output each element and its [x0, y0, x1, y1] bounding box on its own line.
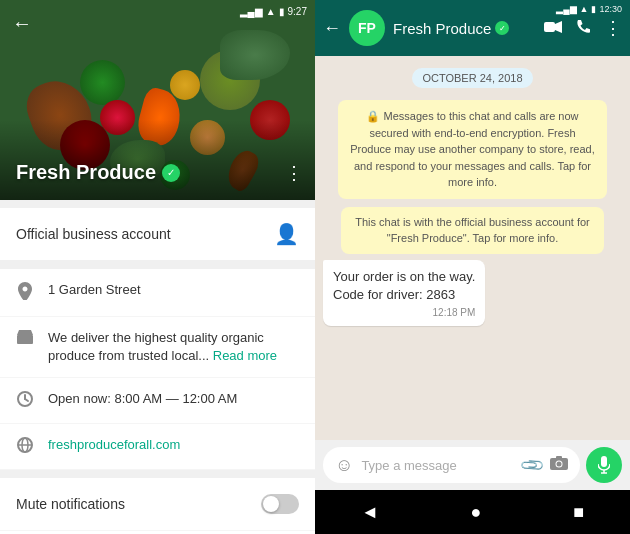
globe-icon — [16, 437, 34, 457]
chat-back-button[interactable]: ← — [323, 18, 341, 39]
mute-label: Mute notifications — [16, 496, 125, 512]
header-name-row: Fresh Produce ✓ — [393, 20, 536, 37]
svg-rect-13 — [601, 456, 607, 467]
left-back-button[interactable]: ← — [12, 12, 32, 35]
svg-point-11 — [557, 462, 562, 467]
wifi-icon: ▲ — [266, 6, 276, 17]
bubble-text-line1: Your order is on the way. — [333, 268, 475, 286]
svg-marker-8 — [555, 21, 562, 33]
verified-badge: ✓ — [162, 164, 180, 182]
right-time: 12:30 — [599, 4, 622, 14]
official-label: Official business account — [16, 226, 171, 242]
chat-body: OCTOBER 24, 2018 🔒 Messages to this chat… — [315, 56, 630, 440]
left-time: 9:27 — [288, 6, 307, 17]
chat-verified-badge: ✓ — [495, 21, 509, 35]
more-options-icon[interactable]: ⋮ — [604, 17, 622, 39]
store-icon — [16, 330, 34, 348]
system-message-1[interactable]: 🔒 Messages to this chat and calls are no… — [338, 100, 607, 199]
svg-rect-7 — [544, 22, 555, 32]
svg-rect-12 — [556, 456, 562, 459]
clock-icon — [16, 391, 34, 411]
location-row: 1 Garden Street — [0, 269, 315, 317]
profile-options-button[interactable]: ⋮ — [285, 162, 303, 184]
right-home-nav-icon[interactable]: ● — [471, 502, 482, 523]
right-back-nav-icon[interactable]: ◄ — [361, 502, 379, 523]
profile-name-overlay: Fresh Produce ✓ — [16, 161, 180, 184]
camera-icon[interactable] — [550, 456, 568, 474]
description-text: We deliver the highest quality organic p… — [48, 329, 299, 365]
mic-button[interactable] — [586, 447, 622, 483]
hours-row: Open now: 8:00 AM — 12:00 AM — [0, 378, 315, 424]
system-message-2[interactable]: This chat is with the official business … — [341, 207, 604, 254]
right-recents-nav-icon[interactable]: ■ — [573, 502, 584, 523]
video-call-icon[interactable] — [544, 19, 562, 37]
website-row[interactable]: freshproduceforall.com — [0, 424, 315, 470]
svg-line-3 — [25, 399, 28, 401]
message-input-box: ☺ Type a message 📎 — [323, 447, 580, 483]
info-rows: 1 Garden Street We deliver the highest q… — [0, 269, 315, 470]
bubble-meta: 12:18 PM — [333, 307, 475, 318]
right-battery-icon: ▮ — [591, 4, 596, 14]
official-row: Official business account 👤 — [0, 208, 315, 261]
location-icon — [16, 282, 34, 304]
attach-icon[interactable]: 📎 — [518, 451, 546, 479]
hours-text: Open now: 8:00 AM — 12:00 AM — [48, 390, 299, 408]
header-info: Fresh Produce ✓ — [393, 20, 536, 37]
right-signal-icon: ▂▄▆ — [556, 4, 576, 14]
business-section: Official business account 👤 — [0, 208, 315, 261]
chat-avatar: FP — [349, 10, 385, 46]
mute-toggle[interactable] — [261, 494, 299, 514]
message-input[interactable]: Type a message — [361, 458, 514, 473]
battery-icon: ▮ — [279, 6, 285, 17]
description-row: We deliver the highest quality organic p… — [0, 317, 315, 378]
left-panel: ▂▄▆ ▲ ▮ 9:27 ← Fresh Produce ✓ ⋮ Officia… — [0, 0, 315, 534]
voice-call-icon[interactable] — [576, 19, 590, 37]
system-message-1-text: 🔒 Messages to this chat and calls are no… — [350, 110, 595, 188]
right-nav-bar: ◄ ● ■ — [315, 490, 630, 534]
profile-image-area: ▂▄▆ ▲ ▮ 9:27 ← Fresh Produce ✓ ⋮ — [0, 0, 315, 200]
chat-name: Fresh Produce — [393, 20, 491, 37]
emoji-icon[interactable]: ☺ — [335, 455, 353, 476]
signal-icon: ▂▄▆ — [240, 6, 263, 17]
bubble-text-line2: Code for driver: 2863 — [333, 286, 475, 304]
system-message-2-text: This chat is with the official business … — [355, 216, 590, 245]
right-wifi-icon: ▲ — [580, 4, 589, 14]
order-bubble: Your order is on the way. Code for drive… — [323, 260, 485, 326]
header-actions: ⋮ — [544, 17, 622, 39]
chat-input-bar: ☺ Type a message 📎 — [315, 440, 630, 490]
mute-notifications-row: Mute notifications — [0, 478, 315, 531]
bubble-time: 12:18 PM — [433, 307, 476, 318]
profile-name: Fresh Produce — [16, 161, 156, 184]
svg-rect-0 — [17, 335, 33, 344]
right-panel: ▂▄▆ ▲ ▮ 12:30 ← FP Fresh Produce ✓ — [315, 0, 630, 534]
add-contact-icon[interactable]: 👤 — [274, 222, 299, 246]
left-status-bar: ▂▄▆ ▲ ▮ 9:27 — [240, 6, 307, 17]
location-text: 1 Garden Street — [48, 281, 299, 299]
date-badge: OCTOBER 24, 2018 — [412, 68, 532, 88]
read-more-link[interactable]: Read more — [213, 348, 277, 363]
website-link[interactable]: freshproduceforall.com — [48, 436, 299, 454]
settings-section: Mute notifications Custom notifications — [0, 478, 315, 534]
chat-header: ▂▄▆ ▲ ▮ 12:30 ← FP Fresh Produce ✓ — [315, 0, 630, 56]
